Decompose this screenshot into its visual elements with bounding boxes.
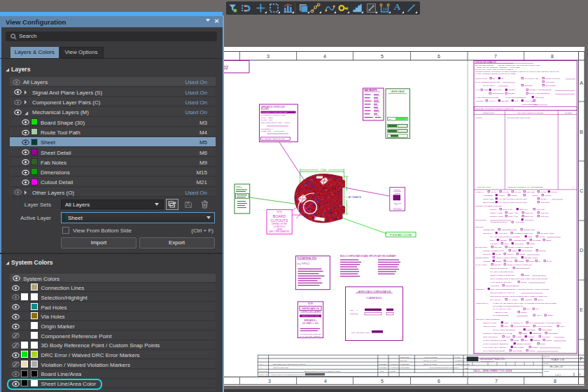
- svg-text:2 SIZES: 2 SIZES: [508, 92, 514, 94]
- svg-text:TLC-759: TLC-759: [551, 191, 558, 193]
- svg-text:PLUGGED: PLUGGED: [533, 239, 541, 241]
- svg-text:REQUIRED: REQUIRED: [533, 332, 542, 335]
- svg-text:V/1. HOLES: V/1. HOLES: [508, 299, 517, 301]
- svg-text:NN LAYER INSULATION: NN LAYER INSULATION: [351, 332, 370, 333]
- svg-text:VISUAL: VISUAL: [536, 314, 542, 316]
- svg-text:AS SHOWN: AS SHOWN: [545, 81, 554, 83]
- svg-text:CAD NAMES: CAD NAMES: [524, 100, 535, 102]
- svg-text:TOOTED: TOOTED: [500, 239, 507, 241]
- svg-text:TRACK FINISH:: TRACK FINISH:: [475, 264, 488, 266]
- svg-text:REFRESH PRINT: REFRESH PRINT: [524, 257, 538, 259]
- svg-text:C: C: [580, 188, 583, 193]
- svg-text:COPPER THICKNESS (FINISHED):: COPPER THICKNESS (FINISHED):: [475, 205, 503, 207]
- svg-text:BOARD FINISH:: BOARD FINISH:: [475, 246, 488, 248]
- svg-text:2μm GARTNERS GOLD BASED OVER 2: 2μm GARTNERS GOLD BASED OVER 2.5μm GOLD …: [490, 278, 548, 280]
- svg-text:DRAWING FILE(S)/CAD FILE REF.: DRAWING FILE(S)/CAD FILE REF.: [517, 112, 544, 114]
- svg-text:AS SHOWN: AS SHOWN: [540, 202, 550, 204]
- svg-text:8: 8: [554, 379, 556, 384]
- svg-text:ETCHING: ETCHING: [494, 246, 502, 248]
- svg-text:INDIC: INDIC: [504, 322, 509, 324]
- svg-text:1 of 1: 1 of 1: [555, 374, 561, 377]
- svg-text:CIRCUIT TYPE:: CIRCUIT TYPE:: [475, 78, 488, 80]
- svg-text:70μm (2oz): 70μm (2oz): [540, 212, 549, 214]
- svg-text:D: D: [580, 248, 583, 253]
- svg-text:TOOL FILE: TOOL FILE: [393, 202, 402, 204]
- svg-text:BLUE: BLUE: [529, 260, 534, 262]
- svg-text:100 OHMS +/- 10%: 100 OHMS +/- 10%: [302, 322, 319, 325]
- svg-text:10: 10: [383, 7, 388, 11]
- svg-text:DESIGN CREATED: DESIGN CREATED: [273, 367, 288, 369]
- svg-text:V SCORE: V SCORE: [524, 299, 532, 301]
- svg-text:MANUAL: MANUAL: [489, 100, 496, 102]
- svg-text:4-4 MECH K-4: 4-4 MECH K-4: [274, 225, 286, 228]
- svg-text:06—Jan—21: 06—Jan—21: [550, 365, 563, 368]
- svg-text:1.20mm: 1.20mm: [511, 195, 517, 197]
- svg-text:ALTIUM DEVELOPMENT PRODUCTS: ALTIUM DEVELOPMENT PRODUCTS: [428, 367, 459, 369]
- svg-text:AT 170MHZ IN: AT 170MHZ IN: [349, 196, 361, 199]
- svg-text:ALTIUM LIMITED: ALTIUM LIMITED: [424, 356, 438, 358]
- svg-text:UHL PITCH: UHL PITCH: [542, 336, 551, 338]
- svg-text:NC. DRILL FILES: NC. DRILL FILES: [540, 232, 554, 234]
- svg-text:04/SEPT/07: 04/SEPT/07: [390, 367, 400, 369]
- svg-text:BLACK: BLACK: [547, 260, 552, 262]
- svg-text:FSCM: FSCM: [465, 363, 470, 365]
- svg-text:LAYER STACK CONFIGURATION: LAYER STACK CONFIGURATION: [358, 290, 391, 293]
- svg-text:CHECKED: CHECKED: [400, 363, 409, 365]
- svg-text:NPTH:: NPTH:: [490, 239, 496, 241]
- svg-text:VENDOR ITEM:: VENDOR ITEM:: [483, 229, 496, 231]
- svg-text:AS SHOWN: AS SHOWN: [498, 232, 507, 234]
- svg-text:LAYER CONSTRUCTION PER:: LAYER CONSTRUCTION PER:: [475, 97, 499, 99]
- svg-text:DESIGNER: DESIGNER: [400, 356, 410, 358]
- svg-text:BOARD: BOARD: [273, 214, 286, 218]
- svg-text:35μm (1oz): 35μm (1oz): [519, 209, 528, 211]
- svg-text:2 SIDES: 2 SIDES: [528, 336, 535, 338]
- svg-text:CONTROLLED LAYERS: CONTROLLED LAYERS: [300, 311, 321, 314]
- svg-text:ENGINEER: ENGINEER: [400, 367, 410, 369]
- svg-text:AS SHOWN: AS SHOWN: [490, 285, 499, 287]
- svg-text:18μm (½ Oz): 18μm (½ Oz): [508, 215, 518, 218]
- svg-text:A: A: [580, 80, 583, 85]
- svg-text:AD SYSTEM: AD SYSTEM: [393, 209, 402, 210]
- svg-text:NOTES: NOTES: [532, 346, 538, 349]
- svg-text:4: 4: [324, 379, 327, 384]
- svg-text:NOTES: NOTES: [529, 350, 536, 352]
- svg-text:18μm (½ Oz): 18μm (½ Oz): [503, 208, 512, 211]
- svg-text:Steven, R. Haval: Steven, R. Haval: [424, 360, 437, 362]
- svg-text:RETURN SELECT: RETURN SELECT: [505, 285, 519, 287]
- svg-text:TECHNOLOGIES — ENERGY 2000: TECHNOLOGIES — ENERGY 2000: [480, 358, 505, 360]
- svg-text:Steven, R. Haval: Steven, R. Haval: [424, 363, 437, 365]
- svg-text:IAW ANSI IPC-6012 TYPE 3 CLASS: IAW ANSI IPC-6012 TYPE 3 CLASS 2: [498, 202, 527, 204]
- svg-text:PER ORDER: PER ORDER: [514, 346, 524, 349]
- svg-text:IDENTIFICATION:: IDENTIFICATION:: [483, 322, 497, 324]
- svg-text:7: 7: [495, 379, 498, 384]
- svg-text:LOGL 2 / 15in MEMBRANE HOLD: LOGL 2 / 15in MEMBRANE HOLD: [480, 357, 504, 358]
- svg-text:IS ASSEMBLY SPECIFICATION: IS ASSEMBLY SPECIFICATION: [262, 138, 285, 139]
- svg-text:REQUIRED: REQUIRED: [526, 329, 536, 331]
- svg-text:30μm: 30μm: [528, 236, 532, 238]
- svg-text:MAX HEIGHTS: MAX HEIGHTS: [365, 89, 377, 92]
- svg-text:MATERIALS AND WORKMANSHIP PER: MATERIALS AND WORKMANSHIP PER ALL PRINTE…: [493, 302, 556, 304]
- svg-text:SS: SS: [493, 78, 496, 80]
- svg-text:PADS REQUIRED: PADS REQUIRED: [512, 239, 526, 241]
- svg-text:OUTER LAYERS:: OUTER LAYERS:: [490, 216, 503, 218]
- svg-text:3: 3: [268, 379, 271, 384]
- svg-text:DRILLING:: DRILLING:: [475, 226, 484, 228]
- svg-text:SOLDER: SOLDER: [539, 250, 546, 252]
- svg-text:ASSEMBLY: ASSEMBLY: [393, 189, 402, 190]
- svg-text:LAMINATION SEQUENCE:: LAMINATION SEQUENCE:: [505, 97, 526, 99]
- svg-text:STOCK: STOCK: [547, 314, 554, 316]
- svg-text:70μm (2oz): 70μm (2oz): [536, 209, 545, 211]
- svg-text:PER ORDER: PER ORDER: [542, 329, 552, 331]
- svg-text:TRACK CONNECTION ON POS.: TRACK CONNECTION ON POS.: [475, 81, 500, 83]
- svg-text:QUALITY RELEASE REPORT:: QUALITY RELEASE REPORT:: [493, 329, 516, 331]
- svg-text:REV A: REV A: [395, 204, 400, 205]
- svg-text:MANUFACTURERS ADDENDUM:: MANUFACTURERS ADDENDUM:: [483, 343, 509, 345]
- svg-text:CL 2: CL 2: [526, 308, 531, 310]
- svg-text:PTH MULTILAYER: PTH MULTILAYER: [524, 78, 538, 80]
- svg-text:PETER PATTERN MASTER LIST: PETER PATTERN MASTER LIST: [507, 264, 532, 266]
- svg-text:INDIC: INDIC: [504, 326, 509, 328]
- svg-text:NONE: NONE: [522, 332, 527, 335]
- svg-text:DS: DS: [501, 78, 504, 80]
- svg-text:3: 3: [267, 54, 270, 59]
- svg-text:DESCRIPTION: DESCRIPTION: [483, 112, 495, 114]
